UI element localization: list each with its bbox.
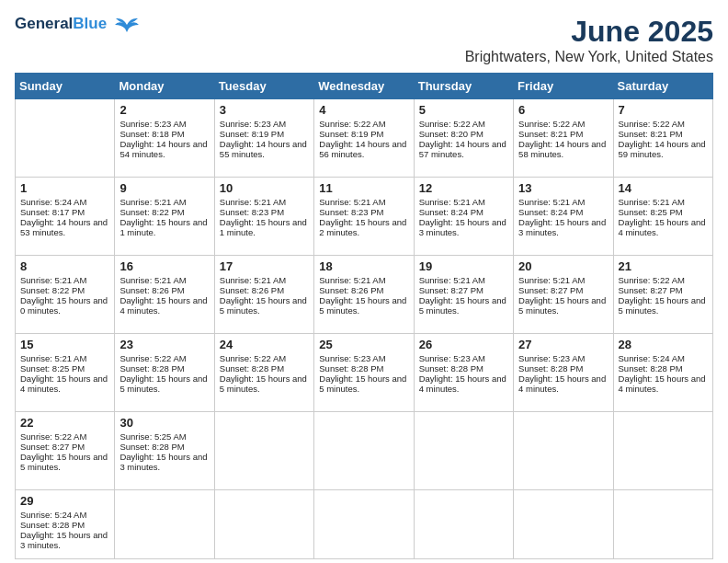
day-number: 10: [220, 181, 309, 195]
sunrise-text: Sunrise: 5:21 AM: [119, 275, 186, 285]
sunset-text: Sunset: 8:25 PM: [20, 363, 85, 373]
daylight-text: Daylight: 15 hours and 5 minutes.: [220, 295, 307, 316]
sunrise-text: Sunrise: 5:22 AM: [20, 431, 86, 442]
sunset-text: Sunset: 8:27 PM: [419, 285, 483, 295]
day-number: 18: [319, 259, 408, 273]
calendar-cell: [414, 412, 513, 490]
sunset-text: Sunset: 8:17 PM: [20, 207, 85, 217]
sunset-text: Sunset: 8:19 PM: [220, 129, 284, 139]
day-header-friday: Friday: [514, 74, 613, 99]
day-number: 11: [319, 181, 408, 195]
calendar-cell: 12Sunrise: 5:21 AMSunset: 8:24 PMDayligh…: [414, 178, 513, 256]
sunrise-text: Sunrise: 5:21 AM: [619, 197, 685, 207]
sunrise-text: Sunrise: 5:23 AM: [319, 353, 385, 363]
sunset-text: Sunset: 8:18 PM: [119, 129, 184, 139]
sunset-text: Sunset: 8:28 PM: [220, 363, 284, 373]
sunrise-text: Sunrise: 5:23 AM: [119, 119, 186, 129]
daylight-text: Daylight: 14 hours and 55 minutes.: [220, 139, 307, 159]
calendar-cell: [514, 412, 613, 490]
daylight-text: Daylight: 15 hours and 5 minutes.: [619, 295, 706, 316]
day-number: 28: [619, 338, 708, 351]
calendar-cell: 7Sunrise: 5:22 AMSunset: 8:21 PMDaylight…: [613, 99, 712, 178]
calendar-week-row: 22Sunrise: 5:22 AMSunset: 8:27 PMDayligh…: [16, 412, 713, 490]
calendar-cell: [314, 490, 414, 559]
calendar-cell: 23Sunrise: 5:22 AMSunset: 8:28 PMDayligh…: [115, 334, 214, 412]
day-number: 20: [518, 259, 608, 273]
daylight-text: Daylight: 15 hours and 4 minutes.: [619, 373, 706, 394]
calendar-cell: 5Sunrise: 5:22 AMSunset: 8:20 PMDaylight…: [414, 99, 513, 178]
daylight-text: Daylight: 15 hours and 3 minutes.: [419, 217, 506, 237]
sunset-text: Sunset: 8:28 PM: [419, 363, 483, 373]
sunset-text: Sunset: 8:28 PM: [319, 363, 383, 373]
sunset-text: Sunset: 8:25 PM: [619, 207, 683, 217]
day-number: 6: [518, 103, 608, 117]
calendar-cell: [16, 99, 115, 178]
daylight-text: Daylight: 15 hours and 1 minute.: [220, 217, 307, 237]
sunrise-text: Sunrise: 5:21 AM: [220, 197, 286, 207]
calendar-week-row: 1Sunrise: 5:24 AMSunset: 8:17 PMDaylight…: [16, 178, 713, 256]
calendar-cell: [613, 412, 712, 490]
sunrise-text: Sunrise: 5:22 AM: [419, 119, 485, 129]
calendar-cell: 24Sunrise: 5:22 AMSunset: 8:28 PMDayligh…: [214, 334, 313, 412]
sunrise-text: Sunrise: 5:24 AM: [20, 510, 86, 520]
daylight-text: Daylight: 15 hours and 3 minutes.: [20, 530, 108, 550]
day-header-sunday: Sunday: [16, 74, 115, 99]
calendar-cell: 9Sunrise: 5:21 AMSunset: 8:22 PMDaylight…: [115, 178, 214, 256]
sunrise-text: Sunrise: 5:21 AM: [518, 197, 585, 207]
daylight-text: Daylight: 15 hours and 5 minutes.: [119, 373, 207, 394]
day-number: 13: [518, 181, 608, 195]
sunrise-text: Sunrise: 5:21 AM: [419, 275, 485, 285]
day-number: 15: [20, 338, 109, 351]
sunrise-text: Sunrise: 5:22 AM: [220, 353, 286, 363]
calendar-cell: [414, 490, 513, 559]
calendar-cell: 25Sunrise: 5:23 AMSunset: 8:28 PMDayligh…: [314, 334, 414, 412]
sunrise-text: Sunrise: 5:22 AM: [619, 119, 685, 129]
calendar-week-row: 8Sunrise: 5:21 AMSunset: 8:22 PMDaylight…: [16, 256, 713, 334]
sunset-text: Sunset: 8:19 PM: [319, 129, 383, 139]
calendar-title: June 2025: [465, 15, 713, 49]
calendar-cell: 16Sunrise: 5:21 AMSunset: 8:26 PMDayligh…: [115, 256, 214, 334]
calendar-cell: 30Sunrise: 5:25 AMSunset: 8:28 PMDayligh…: [115, 412, 214, 490]
sunset-text: Sunset: 8:27 PM: [619, 285, 683, 295]
sunset-text: Sunset: 8:28 PM: [619, 363, 683, 373]
daylight-text: Daylight: 14 hours and 56 minutes.: [319, 139, 406, 159]
sunrise-text: Sunrise: 5:21 AM: [20, 353, 86, 363]
day-number: 26: [419, 338, 508, 351]
sunset-text: Sunset: 8:21 PM: [518, 129, 583, 139]
day-header-saturday: Saturday: [613, 74, 712, 99]
logo: GeneralBlue: [15, 15, 140, 34]
calendar-cell: 15Sunrise: 5:21 AMSunset: 8:25 PMDayligh…: [16, 334, 115, 412]
sunset-text: Sunset: 8:22 PM: [119, 207, 184, 217]
day-number: 19: [419, 259, 508, 273]
calendar-cell: 10Sunrise: 5:21 AMSunset: 8:23 PMDayligh…: [214, 178, 313, 256]
daylight-text: Daylight: 15 hours and 0 minutes.: [20, 295, 108, 316]
day-number: 5: [419, 103, 508, 117]
sunset-text: Sunset: 8:24 PM: [419, 207, 483, 217]
calendar-week-row: 2Sunrise: 5:23 AMSunset: 8:18 PMDaylight…: [16, 99, 713, 178]
day-number: 12: [419, 181, 508, 195]
calendar-cell: [115, 490, 214, 559]
daylight-text: Daylight: 14 hours and 53 minutes.: [20, 217, 108, 237]
daylight-text: Daylight: 14 hours and 58 minutes.: [518, 139, 606, 159]
day-number: 4: [319, 103, 408, 117]
calendar-cell: [613, 490, 712, 559]
day-number: 22: [20, 416, 109, 430]
day-number: 8: [20, 259, 109, 273]
daylight-text: Daylight: 15 hours and 3 minutes.: [119, 452, 207, 472]
day-header-tuesday: Tuesday: [214, 74, 313, 99]
calendar-cell: 17Sunrise: 5:21 AMSunset: 8:26 PMDayligh…: [214, 256, 313, 334]
sunset-text: Sunset: 8:28 PM: [20, 520, 85, 530]
calendar-cell: 6Sunrise: 5:22 AMSunset: 8:21 PMDaylight…: [514, 99, 613, 178]
daylight-text: Daylight: 15 hours and 2 minutes.: [319, 217, 406, 237]
day-number: 1: [20, 181, 109, 195]
calendar-subtitle: Brightwaters, New York, United States: [465, 49, 713, 65]
calendar-cell: 19Sunrise: 5:21 AMSunset: 8:27 PMDayligh…: [414, 256, 513, 334]
daylight-text: Daylight: 15 hours and 4 minutes.: [419, 373, 506, 394]
sunrise-text: Sunrise: 5:22 AM: [119, 353, 186, 363]
calendar-cell: 22Sunrise: 5:22 AMSunset: 8:27 PMDayligh…: [16, 412, 115, 490]
calendar-table: SundayMondayTuesdayWednesdayThursdayFrid…: [15, 73, 713, 559]
day-number: 14: [619, 181, 708, 195]
day-number: 23: [119, 338, 209, 351]
daylight-text: Daylight: 15 hours and 5 minutes.: [518, 295, 606, 316]
calendar-cell: 3Sunrise: 5:23 AMSunset: 8:19 PMDaylight…: [214, 99, 313, 178]
